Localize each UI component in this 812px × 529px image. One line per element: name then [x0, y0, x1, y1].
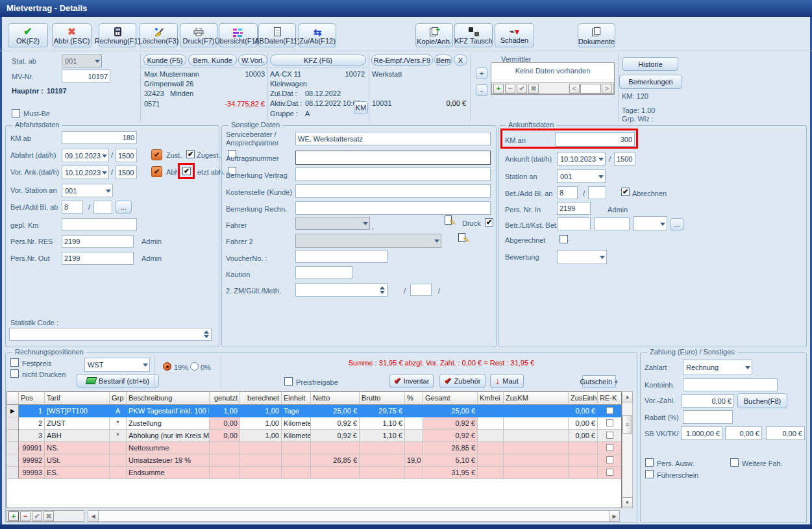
- bem-rechn-input[interactable]: [295, 201, 491, 215]
- zugestellt-checkbox[interactable]: [186, 150, 195, 158]
- zm-input2[interactable]: [410, 284, 432, 296]
- sb-tk-input[interactable]: 0,00 €: [725, 426, 762, 440]
- weitere-fah-checkbox[interactable]: [730, 458, 739, 467]
- column-header[interactable]: Kmfrei: [478, 392, 504, 405]
- maut-button[interactable]: ↓ Maut: [490, 374, 524, 388]
- zuab-button[interactable]: ⇆ Zu/Ab(F12): [299, 23, 336, 47]
- km-ab-input[interactable]: 180: [62, 131, 137, 144]
- tarif-select[interactable]: WST: [84, 358, 150, 372]
- spinner-icon[interactable]: [380, 284, 385, 297]
- besttarif-button[interactable]: Besttarif (ctrl+b): [77, 374, 159, 388]
- ankunft-time-input[interactable]: 1500: [614, 152, 635, 166]
- abdaten-button[interactable]: ABDaten(F11): [258, 23, 296, 47]
- re-k-checkbox[interactable]: [606, 432, 613, 439]
- druck-checkbox[interactable]: [485, 218, 493, 227]
- bem-button[interactable]: Bem: [434, 55, 452, 66]
- re-k-checkbox[interactable]: [606, 469, 613, 476]
- ankunft-date-select[interactable]: 10.10.2023: [557, 152, 606, 166]
- rechnung-button[interactable]: Rechnung(F1): [99, 23, 136, 47]
- kaution-input[interactable]: [295, 266, 352, 279]
- abfahrt-time-input[interactable]: 1500: [116, 149, 137, 162]
- column-header[interactable]: Tarif: [45, 392, 110, 405]
- vor-ank-date-select[interactable]: 10.10.2023: [62, 166, 109, 179]
- table-row[interactable]: 99992USt.Umsatzsteuer 19 %26,85 €19,05,1…: [7, 454, 621, 467]
- abfahrt-date-select[interactable]: 09.10.2023: [62, 149, 109, 162]
- pers-out-input[interactable]: 2199: [62, 252, 134, 265]
- nicht-drucken-checkbox[interactable]: [10, 369, 19, 378]
- kopie-button[interactable]: + Kopie/Anh.: [415, 23, 453, 47]
- must-be-checkbox[interactable]: [12, 109, 20, 117]
- row-cancel-button[interactable]: ✖: [43, 511, 54, 521]
- row-add-button[interactable]: +: [8, 511, 19, 521]
- kunde-button[interactable]: Kunde (F5): [143, 55, 186, 66]
- nav-add-button[interactable]: +: [493, 84, 504, 93]
- betr-more-button[interactable]: ...: [670, 218, 684, 230]
- zm-combo[interactable]: [295, 283, 388, 297]
- clear-button[interactable]: X: [454, 55, 467, 66]
- historie-button[interactable]: Historie: [622, 57, 678, 71]
- auftrag-input[interactable]: [295, 151, 491, 165]
- column-header[interactable]: RE-K: [598, 392, 622, 405]
- column-header[interactable]: Gesamt: [423, 392, 478, 405]
- sb-vk-input[interactable]: 1.000,00 €: [681, 426, 722, 440]
- table-row[interactable]: 99993ES.Endsumme31,95 €: [7, 467, 621, 479]
- nav-prev-button[interactable]: <: [569, 84, 580, 93]
- column-header[interactable]: Brutto: [360, 392, 405, 405]
- abrechnen-checkbox[interactable]: [621, 188, 630, 196]
- nav-cancel-button[interactable]: ✖: [528, 84, 539, 93]
- pers-res-input[interactable]: 2199: [62, 235, 134, 248]
- table-row[interactable]: 2ZUST*Zustellung0,001,00Kilomete0,92 €1,…: [7, 417, 621, 430]
- vscroll-thumb[interactable]: ≡: [622, 415, 632, 434]
- fuehrerschein-checkbox[interactable]: [645, 470, 654, 478]
- buchen-button[interactable]: Buchen(F8): [737, 393, 787, 408]
- statistik-combo[interactable]: [9, 328, 212, 341]
- re-k-checkbox[interactable]: [606, 407, 613, 414]
- betr-input1[interactable]: [557, 217, 591, 230]
- mv-nr-input[interactable]: 10197: [62, 69, 110, 83]
- column-header[interactable]: berechnet: [240, 392, 282, 405]
- festpreis-checkbox[interactable]: [10, 358, 19, 367]
- table-row[interactable]: 3ABH*Abholung (nur im Kreis Mir0,001,00K…: [7, 430, 621, 442]
- kfz-tausch-button[interactable]: KFZ Tausch: [454, 23, 493, 47]
- re-k-checkbox[interactable]: [606, 444, 613, 451]
- bet-an-input1[interactable]: 8: [557, 186, 578, 199]
- grid-vscrollbar[interactable]: [622, 391, 633, 508]
- druck-button[interactable]: Druck(F7): [180, 23, 217, 47]
- vermittler-minus-button[interactable]: -: [476, 84, 487, 96]
- column-header[interactable]: ZusEinh: [569, 392, 598, 405]
- edit-driver2-icon[interactable]: ✎: [458, 233, 469, 243]
- sb-3-input[interactable]: 0,00 €: [766, 426, 805, 440]
- column-header[interactable]: genutzt: [210, 392, 240, 405]
- table-row[interactable]: ▶1[WST]PT100APKW Tagestarif inkl. 100 l1…: [7, 405, 621, 417]
- nav-next-button[interactable]: >: [602, 84, 612, 93]
- betr-input2[interactable]: [594, 217, 630, 230]
- inventar-button[interactable]: ✔ Inventar: [389, 374, 434, 388]
- re-k-checkbox[interactable]: [606, 419, 613, 426]
- uebersicht-button[interactable]: Übersicht(F10): [219, 23, 258, 47]
- bet-ab-more-button[interactable]: ...: [116, 201, 132, 214]
- voucher-input[interactable]: [295, 250, 388, 263]
- dokumente-button[interactable]: Dokumente: [578, 23, 615, 47]
- vor-ank-time-input[interactable]: 1500: [116, 166, 137, 179]
- row-confirm-button[interactable]: ✔: [32, 511, 42, 521]
- row-delete-button[interactable]: −: [20, 511, 31, 521]
- vat0-radio[interactable]: [190, 362, 199, 371]
- abgerechnet-checkbox[interactable]: [560, 235, 568, 243]
- column-header[interactable]: Netto: [311, 392, 360, 405]
- bem-vertrag-input[interactable]: [295, 167, 491, 181]
- scroll-up-button[interactable]: ▲: [622, 391, 633, 402]
- kostenstelle-input[interactable]: [295, 184, 491, 198]
- column-header[interactable]: %: [405, 392, 423, 405]
- column-header[interactable]: [7, 392, 19, 405]
- cancel-button[interactable]: ✖ Abbr.(ESC): [52, 23, 92, 47]
- station-an-select[interactable]: 001: [557, 169, 606, 183]
- column-header[interactable]: ZusKM: [504, 392, 569, 405]
- gutschein-button[interactable]: Gutschein +: [582, 375, 616, 388]
- nav-delete-button[interactable]: −: [505, 84, 515, 93]
- re-k-checkbox[interactable]: [606, 456, 613, 463]
- bet-ab-input2[interactable]: [93, 201, 112, 214]
- scroll-down-button[interactable]: ▼: [622, 497, 633, 508]
- vor-station-select[interactable]: 001: [62, 184, 113, 197]
- pers-in-input[interactable]: 2199: [557, 202, 591, 215]
- re-empf-button[interactable]: Re-Empf./Vers.F9: [371, 55, 433, 66]
